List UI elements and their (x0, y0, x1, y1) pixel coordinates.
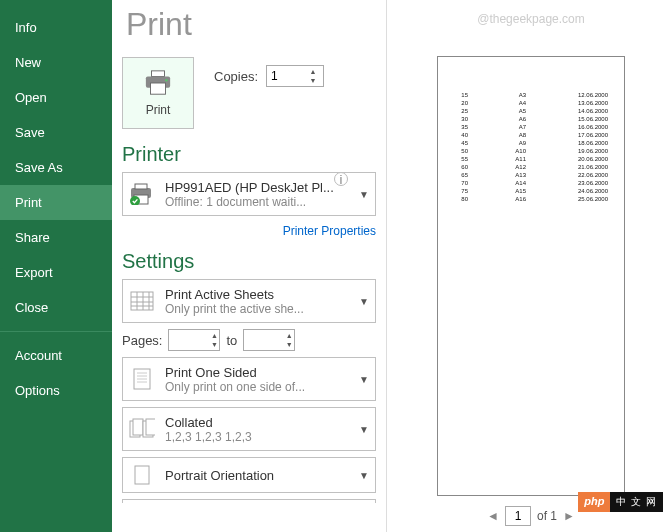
sidebar-item-save[interactable]: Save (0, 115, 112, 150)
print-button-label: Print (146, 103, 171, 117)
chevron-down-icon: ▼ (359, 470, 375, 481)
collate-dropdown[interactable]: Collated 1,2,3 1,2,3 1,2,3 ▼ (122, 407, 376, 451)
print-preview-panel: @thegeekpage.com 15A312.06.200020A413.06… (393, 0, 669, 532)
settings-scroll[interactable]: Printer i HP991AED (HP DeskJet Pl... Off… (122, 141, 380, 503)
spinner-down-icon[interactable]: ▼ (307, 76, 319, 85)
sides-dropdown[interactable]: Print One Sided Only print on one side o… (122, 357, 376, 401)
pages-to-label: to (226, 333, 237, 348)
preview-data-row: 30A615.06.2000 (454, 115, 608, 123)
sidebar-separator (0, 331, 112, 332)
printer-dropdown[interactable]: HP991AED (HP DeskJet Pl... Offline: 1 do… (122, 172, 376, 216)
printer-status: Offline: 1 document waiti... (165, 195, 355, 209)
page-title: Print (122, 0, 380, 57)
printer-icon (143, 69, 173, 97)
svg-rect-21 (133, 419, 143, 435)
pages-from-spinner[interactable]: ▲▼ (168, 329, 220, 351)
svg-rect-5 (135, 184, 147, 189)
pages-label: Pages: (122, 333, 162, 348)
sidebar-item-share[interactable]: Share (0, 220, 112, 255)
orientation-dropdown[interactable]: Portrait Orientation ▼ (122, 457, 376, 493)
printer-status-icon (123, 183, 161, 205)
sidebar-item-print[interactable]: Print (0, 185, 112, 220)
sidebar-item-account[interactable]: Account (0, 338, 112, 373)
preview-data-row: 50A1019.06.2000 (454, 147, 608, 155)
sidebar-item-saveas[interactable]: Save As (0, 150, 112, 185)
preview-data-row: 80A1625.06.2000 (454, 195, 608, 203)
preview-data-row: 65A1322.06.2000 (454, 171, 608, 179)
copies-input[interactable] (267, 69, 307, 83)
svg-rect-8 (131, 292, 153, 310)
chevron-down-icon: ▼ (359, 296, 375, 307)
paper-dropdown[interactable]: Letter 21.59 cm x 27.94 cm ▼ (122, 499, 376, 503)
spinner-up-icon[interactable]: ▲ (307, 67, 319, 76)
pages-to-input[interactable] (244, 333, 284, 347)
chevron-down-icon: ▼ (359, 374, 375, 385)
preview-pager: ◄ of 1 ► (393, 506, 669, 526)
vertical-divider (386, 0, 387, 532)
sidebar-item-info[interactable]: Info (0, 10, 112, 45)
preview-data-row: 45A918.06.2000 (454, 139, 608, 147)
print-scope-dropdown[interactable]: Print Active Sheets Only print the activ… (122, 279, 376, 323)
svg-rect-2 (151, 83, 166, 94)
svg-rect-0 (151, 71, 164, 77)
preview-data-row: 70A1423.06.2000 (454, 179, 608, 187)
preview-data-row: 35A716.06.2000 (454, 123, 608, 131)
sidebar-item-close[interactable]: Close (0, 290, 112, 325)
sidebar-item-options[interactable]: Options (0, 373, 112, 408)
print-settings-panel: Print Print Copies: ▲▼ (112, 0, 380, 532)
sidebar-item-open[interactable]: Open (0, 80, 112, 115)
portrait-icon (123, 465, 161, 485)
preview-data-row: 25A514.06.2000 (454, 107, 608, 115)
printer-properties-link[interactable]: Printer Properties (122, 222, 376, 248)
collate-icon (123, 418, 161, 440)
print-button[interactable]: Print (122, 57, 194, 129)
preview-data-row: 20A413.06.2000 (454, 99, 608, 107)
pages-from-input[interactable] (169, 333, 209, 347)
prev-page-button[interactable]: ◄ (487, 509, 499, 523)
sheet-icon (123, 291, 161, 311)
pages-to-spinner[interactable]: ▲▼ (243, 329, 295, 351)
watermark: @thegeekpage.com (477, 12, 585, 26)
svg-point-3 (165, 79, 167, 81)
chevron-down-icon: ▼ (359, 189, 375, 200)
page-total: of 1 (537, 509, 557, 523)
page-number-input[interactable] (505, 506, 531, 526)
page-icon (123, 368, 161, 390)
copies-spinner[interactable]: ▲▼ (266, 65, 324, 87)
backstage-sidebar: Info New Open Save Save As Print Share E… (0, 0, 112, 532)
copies-label: Copies: (214, 69, 258, 84)
printer-heading: Printer (122, 143, 376, 166)
preview-data-row: 55A1120.06.2000 (454, 155, 608, 163)
sidebar-item-new[interactable]: New (0, 45, 112, 80)
settings-heading: Settings (122, 250, 376, 273)
preview-data-row: 40A817.06.2000 (454, 131, 608, 139)
svg-rect-24 (135, 466, 149, 484)
preview-data-row: 60A1221.06.2000 (454, 163, 608, 171)
chevron-down-icon: ▼ (359, 424, 375, 435)
printer-name: HP991AED (HP DeskJet Pl... (165, 180, 355, 195)
next-page-button[interactable]: ► (563, 509, 575, 523)
preview-data-row: 15A312.06.2000 (454, 91, 608, 99)
svg-rect-23 (146, 419, 155, 435)
preview-page: 15A312.06.200020A413.06.200025A514.06.20… (437, 56, 625, 496)
preview-data-row: 75A1524.06.2000 (454, 187, 608, 195)
sidebar-item-export[interactable]: Export (0, 255, 112, 290)
